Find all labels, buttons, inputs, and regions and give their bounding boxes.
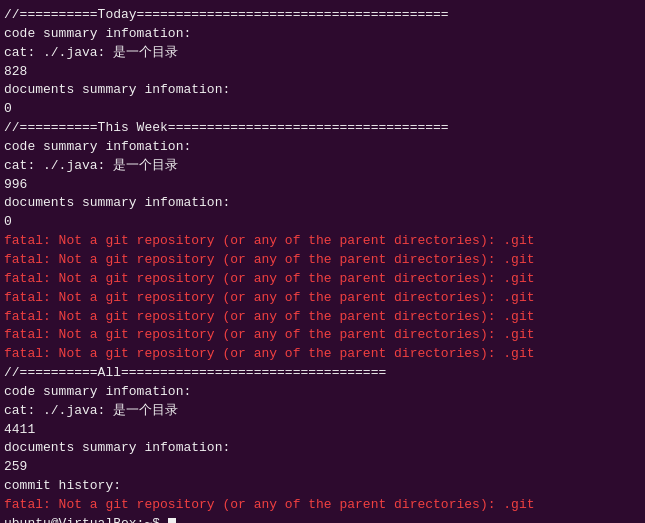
terminal-line: 828: [4, 63, 641, 82]
terminal-line: code summary infomation:: [4, 138, 641, 157]
terminal-cursor: [168, 518, 176, 523]
terminal-line: cat: ./.java: 是一个目录: [4, 402, 641, 421]
terminal-line: cat: ./.java: 是一个目录: [4, 44, 641, 63]
terminal-line: 0: [4, 100, 641, 119]
terminal-line: //==========This Week===================…: [4, 119, 641, 138]
terminal-window: //==========Today=======================…: [0, 0, 645, 523]
terminal-line: fatal: Not a git repository (or any of t…: [4, 326, 641, 345]
terminal-line: code summary infomation:: [4, 383, 641, 402]
terminal-line: documents summary infomation:: [4, 194, 641, 213]
terminal-line: code summary infomation:: [4, 25, 641, 44]
terminal-line: documents summary infomation:: [4, 439, 641, 458]
terminal-line: cat: ./.java: 是一个目录: [4, 157, 641, 176]
terminal-line: commit history:: [4, 477, 641, 496]
terminal-line: fatal: Not a git repository (or any of t…: [4, 232, 641, 251]
terminal-line: fatal: Not a git repository (or any of t…: [4, 345, 641, 364]
terminal-line: documents summary infomation:: [4, 81, 641, 100]
terminal-line: fatal: Not a git repository (or any of t…: [4, 251, 641, 270]
terminal-line: 4411: [4, 421, 641, 440]
terminal-line: 0: [4, 213, 641, 232]
terminal-line: fatal: Not a git repository (or any of t…: [4, 496, 641, 515]
terminal-line: 259: [4, 458, 641, 477]
terminal-line: fatal: Not a git repository (or any of t…: [4, 270, 641, 289]
terminal-line: //==========All=========================…: [4, 364, 641, 383]
terminal-line: fatal: Not a git repository (or any of t…: [4, 308, 641, 327]
terminal-line: ubuntu@VirtualBox:~$: [4, 515, 641, 523]
terminal-line: //==========Today=======================…: [4, 6, 641, 25]
terminal-line: fatal: Not a git repository (or any of t…: [4, 289, 641, 308]
terminal-line: 996: [4, 176, 641, 195]
